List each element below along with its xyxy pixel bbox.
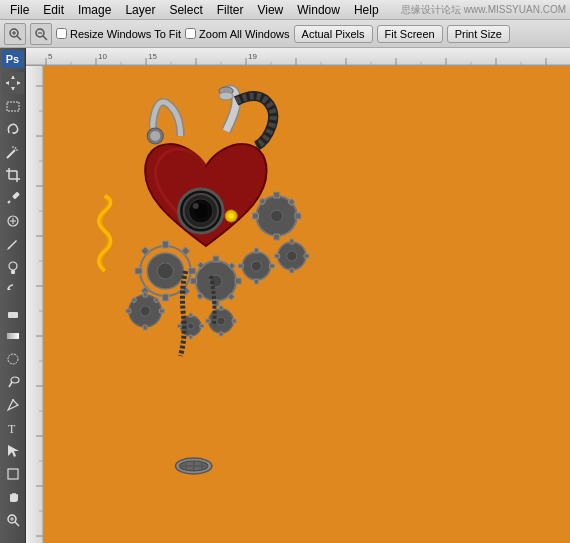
eraser-tool[interactable] [2,302,24,324]
svg-rect-169 [304,254,309,258]
svg-rect-155 [232,319,236,323]
svg-rect-134 [254,279,258,284]
svg-point-132 [251,261,261,271]
watermark-text: 思缘设计论坛 www.MISSYUAN.COM [401,3,566,17]
menu-help[interactable]: Help [348,1,385,19]
menu-view[interactable]: View [251,1,289,19]
resize-windows-label: Resize Windows To Fit [70,28,181,40]
options-bar: Resize Windows To Fit Zoom All Windows A… [0,20,570,48]
canvas-area: 5 10 15 19 [26,48,570,543]
zoom-tool-icon[interactable] [4,23,26,45]
svg-point-166 [287,251,297,261]
svg-rect-90 [44,66,570,543]
svg-point-138 [140,306,150,316]
toolbar: Ps [0,48,26,543]
svg-rect-150 [178,325,182,328]
svg-point-104 [157,263,173,279]
menu-bar: File Edit Image Layer Select Filter View… [0,0,570,20]
dodge-tool[interactable] [2,371,24,393]
svg-rect-141 [159,309,164,313]
svg-rect-160 [274,234,280,240]
menu-file[interactable]: File [4,1,35,19]
zoom-all-checkbox[interactable] [185,28,196,39]
menu-select[interactable]: Select [163,1,208,19]
history-brush-tool[interactable] [2,279,24,301]
blur-tool[interactable] [2,348,24,370]
menu-filter[interactable]: Filter [211,1,250,19]
svg-rect-123 [213,256,219,262]
svg-rect-147 [189,313,192,317]
crop-tool[interactable] [2,164,24,186]
svg-text:5: 5 [48,52,53,61]
svg-rect-168 [290,268,294,273]
svg-point-33 [12,399,14,401]
svg-line-38 [15,522,19,526]
svg-point-31 [11,377,19,383]
shape-tool[interactable] [2,463,24,485]
svg-rect-116 [135,268,142,274]
svg-rect-69 [26,66,44,543]
svg-point-92 [219,92,233,100]
resize-windows-group: Resize Windows To Fit [56,28,181,40]
clone-stamp-tool[interactable] [2,256,24,278]
main-area: Ps [0,48,570,543]
zoom-all-label: Zoom All Windows [199,28,289,40]
lasso-tool[interactable] [2,118,24,140]
svg-rect-148 [189,335,192,339]
path-select-tool[interactable] [2,440,24,462]
zoom-tool[interactable] [2,509,24,531]
menu-edit[interactable]: Edit [37,1,70,19]
move-tool[interactable] [2,72,24,94]
svg-rect-167 [290,239,294,244]
svg-rect-115 [189,268,196,274]
svg-rect-156 [206,319,210,323]
svg-rect-36 [8,469,18,479]
svg-rect-126 [191,278,197,284]
fit-screen-button[interactable]: Fit Screen [377,25,443,43]
svg-line-12 [7,150,15,158]
svg-rect-26 [11,270,15,274]
type-tool[interactable]: T [2,417,24,439]
svg-text:T: T [8,422,16,436]
svg-point-99 [193,203,199,209]
brush-tool[interactable] [2,233,24,255]
menu-image[interactable]: Image [72,1,117,19]
svg-rect-142 [126,309,131,313]
eyedropper-tool[interactable] [2,187,24,209]
svg-point-152 [217,317,225,325]
svg-rect-140 [143,325,147,330]
svg-point-158 [271,210,283,222]
svg-rect-149 [200,325,204,328]
zoom-all-group: Zoom All Windows [185,28,289,40]
menu-layer[interactable]: Layer [119,1,161,19]
svg-rect-28 [8,312,18,318]
svg-line-1 [17,36,21,40]
svg-rect-161 [295,213,301,219]
svg-line-5 [43,36,47,40]
print-size-button[interactable]: Print Size [447,25,510,43]
svg-rect-170 [275,254,280,258]
svg-rect-159 [274,192,280,198]
menu-window[interactable]: Window [291,1,346,19]
svg-rect-136 [238,264,243,268]
zoom-minus-icon[interactable] [30,23,52,45]
pen-tool[interactable] [2,394,24,416]
healing-brush-tool[interactable] [2,210,24,232]
svg-point-146 [188,323,194,329]
magic-wand-tool[interactable] [2,141,24,163]
svg-marker-7 [11,76,15,79]
svg-rect-41 [26,48,570,66]
gradient-tool[interactable] [2,325,24,347]
hand-tool[interactable] [2,486,24,508]
svg-marker-9 [6,81,9,85]
resize-windows-checkbox[interactable] [56,28,67,39]
svg-marker-8 [11,87,15,90]
svg-point-101 [228,213,234,219]
actual-pixels-button[interactable]: Actual Pixels [294,25,373,43]
ruler-vertical [26,66,44,543]
svg-rect-11 [7,102,19,111]
marquee-tool[interactable] [2,95,24,117]
svg-rect-162 [252,213,258,219]
svg-marker-10 [17,81,20,85]
svg-line-21 [8,201,10,203]
